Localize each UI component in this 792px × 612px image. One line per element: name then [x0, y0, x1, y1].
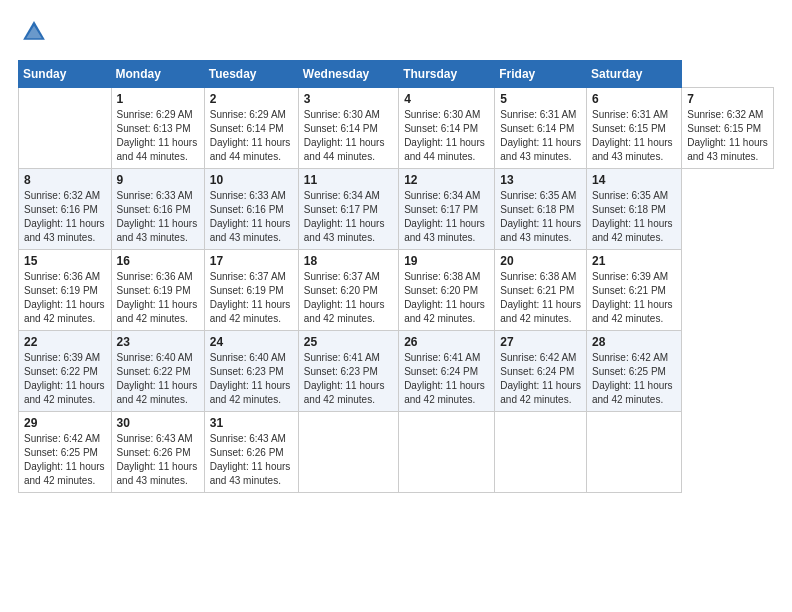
day-number: 29: [24, 416, 106, 430]
day-info: Sunrise: 6:36 AM Sunset: 6:19 PM Dayligh…: [24, 270, 106, 326]
calendar-cell: 10 Sunrise: 6:33 AM Sunset: 6:16 PM Dayl…: [204, 169, 298, 250]
calendar-cell: 2 Sunrise: 6:29 AM Sunset: 6:14 PM Dayli…: [204, 88, 298, 169]
day-number: 2: [210, 92, 293, 106]
calendar-cell: [587, 412, 682, 493]
day-number: 27: [500, 335, 581, 349]
day-info: Sunrise: 6:30 AM Sunset: 6:14 PM Dayligh…: [404, 108, 489, 164]
day-info: Sunrise: 6:33 AM Sunset: 6:16 PM Dayligh…: [210, 189, 293, 245]
calendar-cell: 4 Sunrise: 6:30 AM Sunset: 6:14 PM Dayli…: [399, 88, 495, 169]
calendar-cell: 30 Sunrise: 6:43 AM Sunset: 6:26 PM Dayl…: [111, 412, 204, 493]
calendar-cell: 3 Sunrise: 6:30 AM Sunset: 6:14 PM Dayli…: [298, 88, 398, 169]
calendar-cell: 7 Sunrise: 6:32 AM Sunset: 6:15 PM Dayli…: [682, 88, 774, 169]
calendar-week-row: 8 Sunrise: 6:32 AM Sunset: 6:16 PM Dayli…: [19, 169, 774, 250]
day-info: Sunrise: 6:31 AM Sunset: 6:15 PM Dayligh…: [592, 108, 676, 164]
day-header-wednesday: Wednesday: [298, 61, 398, 88]
calendar-cell: 28 Sunrise: 6:42 AM Sunset: 6:25 PM Dayl…: [587, 331, 682, 412]
calendar-cell: 29 Sunrise: 6:42 AM Sunset: 6:25 PM Dayl…: [19, 412, 112, 493]
calendar-cell: 25 Sunrise: 6:41 AM Sunset: 6:23 PM Dayl…: [298, 331, 398, 412]
day-number: 9: [117, 173, 199, 187]
calendar-cell: 5 Sunrise: 6:31 AM Sunset: 6:14 PM Dayli…: [495, 88, 587, 169]
calendar-cell: 18 Sunrise: 6:37 AM Sunset: 6:20 PM Dayl…: [298, 250, 398, 331]
calendar-cell: 27 Sunrise: 6:42 AM Sunset: 6:24 PM Dayl…: [495, 331, 587, 412]
day-number: 26: [404, 335, 489, 349]
day-info: Sunrise: 6:34 AM Sunset: 6:17 PM Dayligh…: [404, 189, 489, 245]
calendar-cell: [298, 412, 398, 493]
calendar-cell: 24 Sunrise: 6:40 AM Sunset: 6:23 PM Dayl…: [204, 331, 298, 412]
day-info: Sunrise: 6:29 AM Sunset: 6:14 PM Dayligh…: [210, 108, 293, 164]
day-info: Sunrise: 6:36 AM Sunset: 6:19 PM Dayligh…: [117, 270, 199, 326]
day-info: Sunrise: 6:38 AM Sunset: 6:20 PM Dayligh…: [404, 270, 489, 326]
day-header-friday: Friday: [495, 61, 587, 88]
calendar-cell: 8 Sunrise: 6:32 AM Sunset: 6:16 PM Dayli…: [19, 169, 112, 250]
day-info: Sunrise: 6:32 AM Sunset: 6:15 PM Dayligh…: [687, 108, 768, 164]
day-info: Sunrise: 6:42 AM Sunset: 6:25 PM Dayligh…: [592, 351, 676, 407]
day-number: 23: [117, 335, 199, 349]
calendar-cell: 1 Sunrise: 6:29 AM Sunset: 6:13 PM Dayli…: [111, 88, 204, 169]
calendar-cell: 21 Sunrise: 6:39 AM Sunset: 6:21 PM Dayl…: [587, 250, 682, 331]
day-info: Sunrise: 6:41 AM Sunset: 6:23 PM Dayligh…: [304, 351, 393, 407]
day-header-tuesday: Tuesday: [204, 61, 298, 88]
day-info: Sunrise: 6:30 AM Sunset: 6:14 PM Dayligh…: [304, 108, 393, 164]
day-header-monday: Monday: [111, 61, 204, 88]
day-header-thursday: Thursday: [399, 61, 495, 88]
calendar-cell: 14 Sunrise: 6:35 AM Sunset: 6:18 PM Dayl…: [587, 169, 682, 250]
day-info: Sunrise: 6:37 AM Sunset: 6:20 PM Dayligh…: [304, 270, 393, 326]
calendar-cell: 13 Sunrise: 6:35 AM Sunset: 6:18 PM Dayl…: [495, 169, 587, 250]
day-number: 7: [687, 92, 768, 106]
day-number: 5: [500, 92, 581, 106]
day-info: Sunrise: 6:35 AM Sunset: 6:18 PM Dayligh…: [592, 189, 676, 245]
day-number: 24: [210, 335, 293, 349]
day-number: 25: [304, 335, 393, 349]
day-number: 30: [117, 416, 199, 430]
day-info: Sunrise: 6:32 AM Sunset: 6:16 PM Dayligh…: [24, 189, 106, 245]
day-number: 1: [117, 92, 199, 106]
day-info: Sunrise: 6:43 AM Sunset: 6:26 PM Dayligh…: [210, 432, 293, 488]
day-info: Sunrise: 6:39 AM Sunset: 6:22 PM Dayligh…: [24, 351, 106, 407]
calendar-cell: 17 Sunrise: 6:37 AM Sunset: 6:19 PM Dayl…: [204, 250, 298, 331]
calendar-cell: 20 Sunrise: 6:38 AM Sunset: 6:21 PM Dayl…: [495, 250, 587, 331]
day-number: 15: [24, 254, 106, 268]
calendar-cell: 31 Sunrise: 6:43 AM Sunset: 6:26 PM Dayl…: [204, 412, 298, 493]
calendar-cell: 19 Sunrise: 6:38 AM Sunset: 6:20 PM Dayl…: [399, 250, 495, 331]
calendar-cell: 22 Sunrise: 6:39 AM Sunset: 6:22 PM Dayl…: [19, 331, 112, 412]
day-info: Sunrise: 6:40 AM Sunset: 6:22 PM Dayligh…: [117, 351, 199, 407]
day-number: 12: [404, 173, 489, 187]
day-number: 20: [500, 254, 581, 268]
day-info: Sunrise: 6:43 AM Sunset: 6:26 PM Dayligh…: [117, 432, 199, 488]
day-number: 31: [210, 416, 293, 430]
calendar-cell: [399, 412, 495, 493]
calendar-cell: 6 Sunrise: 6:31 AM Sunset: 6:15 PM Dayli…: [587, 88, 682, 169]
day-number: 19: [404, 254, 489, 268]
day-info: Sunrise: 6:35 AM Sunset: 6:18 PM Dayligh…: [500, 189, 581, 245]
day-header-sunday: Sunday: [19, 61, 112, 88]
day-info: Sunrise: 6:39 AM Sunset: 6:21 PM Dayligh…: [592, 270, 676, 326]
header: [18, 18, 774, 50]
day-info: Sunrise: 6:31 AM Sunset: 6:14 PM Dayligh…: [500, 108, 581, 164]
day-info: Sunrise: 6:42 AM Sunset: 6:25 PM Dayligh…: [24, 432, 106, 488]
calendar-week-row: 29 Sunrise: 6:42 AM Sunset: 6:25 PM Dayl…: [19, 412, 774, 493]
calendar-week-row: 22 Sunrise: 6:39 AM Sunset: 6:22 PM Dayl…: [19, 331, 774, 412]
day-info: Sunrise: 6:29 AM Sunset: 6:13 PM Dayligh…: [117, 108, 199, 164]
day-number: 21: [592, 254, 676, 268]
day-info: Sunrise: 6:34 AM Sunset: 6:17 PM Dayligh…: [304, 189, 393, 245]
calendar-cell: [495, 412, 587, 493]
calendar-week-row: 1 Sunrise: 6:29 AM Sunset: 6:13 PM Dayli…: [19, 88, 774, 169]
day-info: Sunrise: 6:33 AM Sunset: 6:16 PM Dayligh…: [117, 189, 199, 245]
calendar-cell: 16 Sunrise: 6:36 AM Sunset: 6:19 PM Dayl…: [111, 250, 204, 331]
calendar-cell: 9 Sunrise: 6:33 AM Sunset: 6:16 PM Dayli…: [111, 169, 204, 250]
day-number: 14: [592, 173, 676, 187]
day-number: 10: [210, 173, 293, 187]
day-header-saturday: Saturday: [587, 61, 682, 88]
calendar-week-row: 15 Sunrise: 6:36 AM Sunset: 6:19 PM Dayl…: [19, 250, 774, 331]
day-info: Sunrise: 6:41 AM Sunset: 6:24 PM Dayligh…: [404, 351, 489, 407]
day-info: Sunrise: 6:37 AM Sunset: 6:19 PM Dayligh…: [210, 270, 293, 326]
day-number: 8: [24, 173, 106, 187]
day-info: Sunrise: 6:40 AM Sunset: 6:23 PM Dayligh…: [210, 351, 293, 407]
day-number: 6: [592, 92, 676, 106]
day-number: 4: [404, 92, 489, 106]
day-info: Sunrise: 6:42 AM Sunset: 6:24 PM Dayligh…: [500, 351, 581, 407]
calendar-table: SundayMondayTuesdayWednesdayThursdayFrid…: [18, 60, 774, 493]
day-number: 16: [117, 254, 199, 268]
day-number: 13: [500, 173, 581, 187]
calendar-cell: 12 Sunrise: 6:34 AM Sunset: 6:17 PM Dayl…: [399, 169, 495, 250]
